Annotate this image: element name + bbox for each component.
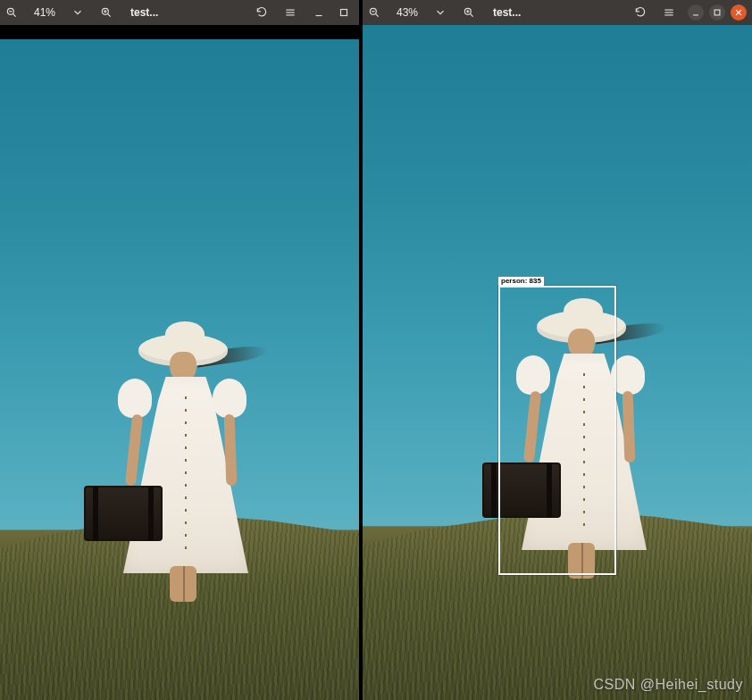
photo-background [0, 39, 359, 700]
viewer-window-left: 41% test... [0, 0, 359, 700]
titlebar-left: 41% test... [0, 0, 359, 25]
image-canvas-right[interactable]: person: 835 [363, 25, 752, 700]
window-title: test... [125, 6, 243, 19]
zoom-dropdown[interactable] [68, 4, 88, 21]
rotate-button[interactable] [252, 4, 272, 21]
minimize-icon [313, 6, 325, 19]
zoom-level: 43% [393, 6, 422, 19]
close-button[interactable] [731, 4, 747, 21]
svg-line-1 [13, 14, 16, 17]
menu-icon [663, 6, 675, 19]
zoom-in-button[interactable] [459, 4, 479, 21]
minimize-button[interactable] [688, 4, 704, 21]
zoom-dropdown[interactable] [430, 4, 450, 21]
detection-bounding-box: person: 835 [498, 286, 616, 575]
maximize-icon [711, 6, 723, 19]
zoom-out-button[interactable] [2, 4, 21, 21]
zoom-in-button[interactable] [96, 4, 116, 21]
zoom-out-icon [368, 6, 380, 19]
svg-line-16 [471, 14, 473, 17]
zoom-level: 41% [30, 6, 59, 19]
zoom-in-icon [463, 6, 475, 19]
menu-icon [284, 6, 297, 19]
svg-rect-11 [341, 10, 347, 16]
rotate-icon [255, 6, 268, 19]
maximize-icon [338, 6, 350, 19]
chevron-down-icon [71, 6, 84, 19]
zoom-in-icon [100, 6, 113, 19]
svg-rect-23 [714, 10, 720, 15]
rotate-button[interactable] [631, 4, 650, 21]
window-title: test... [488, 6, 622, 19]
maximize-button[interactable] [709, 4, 725, 21]
rotate-icon [634, 6, 647, 19]
viewer-window-right: 43% test... [363, 0, 752, 700]
maximize-button[interactable] [334, 4, 354, 21]
close-icon [732, 6, 745, 19]
zoom-out-icon [5, 6, 18, 19]
svg-line-4 [108, 14, 111, 17]
minimize-icon [689, 6, 702, 19]
detection-label: person: 835 [498, 277, 544, 286]
image-canvas-left[interactable] [0, 39, 359, 700]
minimize-button[interactable] [309, 4, 329, 21]
menu-button[interactable] [280, 4, 300, 21]
svg-line-13 [376, 14, 379, 17]
titlebar-right: 43% test... [363, 0, 752, 25]
chevron-down-icon [434, 6, 447, 19]
zoom-out-button[interactable] [364, 4, 384, 21]
menu-button[interactable] [659, 4, 679, 21]
photo-person [89, 325, 259, 611]
